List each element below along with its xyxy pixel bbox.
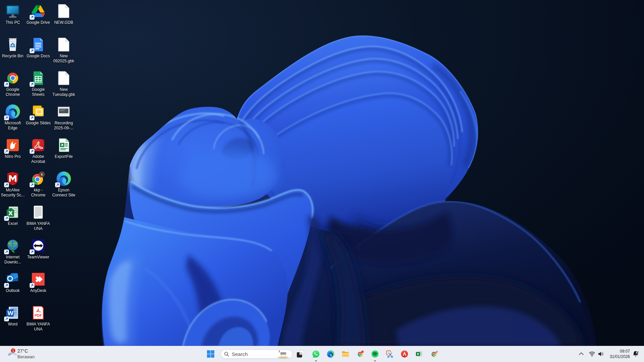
svg-text:k: k — [41, 172, 43, 176]
svg-text:PDF: PDF — [35, 313, 42, 317]
svg-text:1: 1 — [12, 349, 14, 353]
